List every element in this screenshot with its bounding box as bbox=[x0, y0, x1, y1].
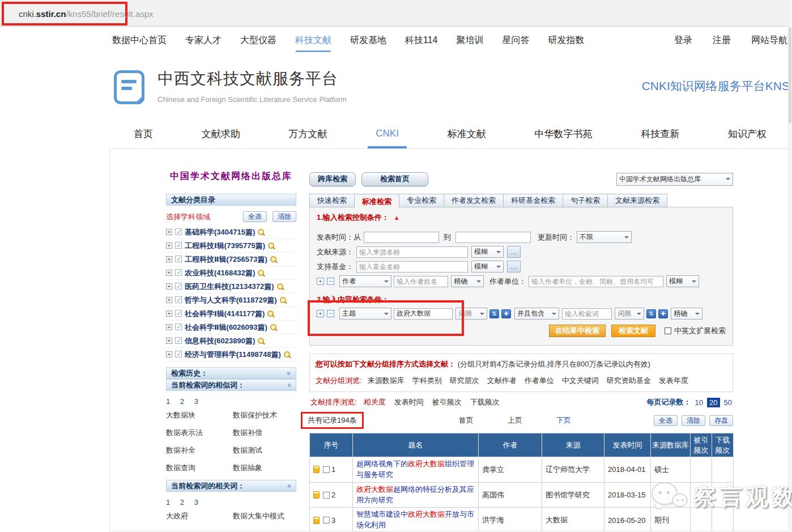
related-word-link[interactable]: 数据大集中模式 bbox=[233, 511, 296, 521]
category-checkbox[interactable] bbox=[175, 310, 182, 317]
search-in-results-button[interactable]: 在结果中检索 bbox=[549, 325, 606, 337]
group-link-research-level[interactable]: 研究层次 bbox=[450, 376, 479, 386]
author-match-select[interactable]: 精确 bbox=[451, 275, 484, 287]
chevron-down-icon[interactable]: » bbox=[286, 371, 293, 375]
group-link-author[interactable]: 文献作者 bbox=[487, 376, 517, 386]
search-home-button[interactable]: 检索首页 bbox=[361, 172, 428, 186]
top-nav-training[interactable]: 聚培训 bbox=[457, 35, 484, 46]
category-checkbox[interactable] bbox=[175, 283, 182, 290]
sort-link-relevance[interactable]: 相关度 bbox=[364, 397, 386, 407]
update-time-select[interactable]: 不限 bbox=[577, 231, 632, 243]
magnifier-icon[interactable] bbox=[277, 283, 284, 290]
second-term-input[interactable] bbox=[562, 308, 612, 320]
scrollbar-thumb[interactable] bbox=[789, 27, 791, 124]
add-row-icon[interactable] bbox=[317, 278, 324, 285]
term-match-select[interactable]: 精确 bbox=[671, 308, 702, 320]
category-checkbox[interactable] bbox=[175, 351, 182, 357]
category-checkbox[interactable] bbox=[175, 324, 182, 330]
remove-row-icon[interactable] bbox=[327, 278, 334, 285]
author-unit-input[interactable] bbox=[529, 276, 663, 287]
topic-input[interactable] bbox=[394, 308, 453, 320]
top-nav-tech114[interactable]: 科技114 bbox=[405, 35, 438, 46]
word-freq-select[interactable]: 词频 bbox=[455, 308, 487, 320]
similar-word-link[interactable]: 数据抽象 bbox=[233, 463, 296, 473]
doc-title-link[interactable]: 超网络视角下的政府大数据组织管理与服务研究 bbox=[356, 459, 474, 479]
doc-title-link[interactable]: 政府大数据超网络的特征分析及其应用方向研究 bbox=[356, 485, 474, 504]
per-page-50[interactable]: 50 bbox=[724, 398, 732, 407]
author-unit-match-select[interactable]: 模糊 bbox=[666, 275, 699, 287]
fund-match-select[interactable]: 模糊 bbox=[471, 261, 504, 273]
nav-doc-help[interactable]: 文献求助 bbox=[202, 119, 240, 148]
nav-ip[interactable]: 知识产权 bbox=[728, 119, 767, 148]
expand-icon[interactable] bbox=[166, 283, 172, 290]
database-select[interactable]: 中国学术文献网络出版总库 bbox=[616, 173, 733, 186]
sort-freq-icon[interactable]: ⇅ bbox=[646, 309, 656, 318]
url-host-bold[interactable]: sstir.cn bbox=[36, 9, 66, 19]
tab-source-search[interactable]: 文献来源检索 bbox=[607, 194, 667, 207]
nav-wanfang[interactable]: 万方文献 bbox=[288, 119, 327, 148]
group-link-fund[interactable]: 研究资助基金 bbox=[607, 376, 651, 386]
collapse-triangle-icon[interactable]: ▲ bbox=[394, 214, 400, 221]
add-row-icon[interactable] bbox=[317, 310, 324, 317]
similar-word-link[interactable]: 数据表示法 bbox=[166, 428, 233, 438]
similar-word-link[interactable]: 大数据块 bbox=[166, 410, 233, 420]
sort-link-cited[interactable]: 被引频次 bbox=[432, 397, 462, 407]
expand-position-icon[interactable]: ✚ bbox=[501, 309, 511, 318]
word-freq-select[interactable]: 词频 bbox=[615, 308, 644, 320]
expand-icon[interactable] bbox=[166, 242, 172, 249]
related-words-header[interactable]: 当前检索词的相关词： » bbox=[166, 480, 296, 492]
row-checkbox[interactable] bbox=[323, 466, 330, 473]
url-host[interactable]: cnki. bbox=[19, 9, 36, 19]
save-records-button[interactable]: 存盘 bbox=[709, 415, 733, 426]
magnifier-icon[interactable] bbox=[258, 338, 265, 344]
nav-home[interactable]: 首页 bbox=[134, 119, 153, 148]
nav-digital-books[interactable]: 中华数字书苑 bbox=[535, 119, 593, 148]
expand-icon[interactable] bbox=[166, 324, 172, 330]
group-link-subject[interactable]: 学科类别 bbox=[412, 376, 442, 386]
pub-date-from-input[interactable] bbox=[364, 232, 439, 243]
remove-row-icon[interactable] bbox=[327, 310, 334, 317]
tab-fund-search[interactable]: 科研基金检索 bbox=[503, 194, 563, 207]
top-nav-rd-base[interactable]: 研发基地 bbox=[350, 35, 386, 46]
magnifier-icon[interactable] bbox=[258, 229, 265, 236]
expand-icon[interactable] bbox=[166, 338, 172, 344]
login-link[interactable]: 登录 bbox=[674, 35, 692, 46]
search-documents-button[interactable]: 检索文献 bbox=[611, 325, 655, 337]
top-nav-qa[interactable]: 星问答 bbox=[503, 35, 530, 46]
group-link-year[interactable]: 发表年度 bbox=[659, 376, 688, 386]
top-nav-data-center-home[interactable]: 数据中心首页 bbox=[112, 35, 167, 46]
expand-icon[interactable] bbox=[166, 310, 172, 317]
search-history-header[interactable]: 检索历史： » bbox=[166, 367, 296, 379]
fund-input[interactable] bbox=[356, 261, 468, 273]
group-link-keywords[interactable]: 中文关键词 bbox=[562, 376, 599, 386]
sort-link-downloads[interactable]: 下载频次 bbox=[470, 397, 500, 407]
similar-words-header[interactable]: 当前检索词的相似词： » bbox=[166, 379, 296, 391]
clear-button[interactable]: 清除 bbox=[272, 211, 296, 222]
magnifier-icon[interactable] bbox=[267, 310, 274, 317]
category-checkbox[interactable] bbox=[175, 228, 182, 235]
author-name-input[interactable] bbox=[394, 276, 448, 287]
sitemap-link[interactable]: 网站导航 bbox=[751, 35, 787, 46]
select-all-button[interactable]: 全选 bbox=[243, 211, 267, 222]
source-input[interactable] bbox=[356, 246, 468, 258]
sort-freq-icon[interactable]: ⇅ bbox=[489, 309, 499, 318]
magnifier-icon[interactable] bbox=[280, 297, 287, 304]
next-page-link[interactable]: 下页 bbox=[556, 415, 571, 425]
tab-quick-search[interactable]: 快速检索 bbox=[309, 194, 354, 207]
per-page-20-selected[interactable]: 20 bbox=[707, 398, 719, 407]
source-match-select[interactable]: 模糊 bbox=[471, 246, 504, 258]
magnifier-icon[interactable] bbox=[270, 256, 277, 263]
scrollbar[interactable] bbox=[788, 0, 792, 532]
cross-db-search-button[interactable]: 跨库检索 bbox=[309, 172, 356, 186]
sort-link-pub-date[interactable]: 发表时间 bbox=[394, 397, 424, 407]
category-checkbox[interactable] bbox=[175, 296, 182, 303]
nav-novelty-search[interactable]: 科技查新 bbox=[641, 119, 679, 148]
magnifier-icon[interactable] bbox=[268, 242, 275, 249]
expand-icon[interactable] bbox=[166, 270, 172, 276]
tab-author-search[interactable]: 作者发文检索 bbox=[444, 194, 503, 207]
similar-word-link[interactable]: 数据补全 bbox=[166, 445, 233, 456]
register-link[interactable]: 注册 bbox=[713, 35, 731, 46]
tab-standard-search[interactable]: 标准检索 bbox=[354, 194, 399, 208]
save-doc-icon[interactable] bbox=[313, 517, 320, 524]
expand-position-icon[interactable]: ✚ bbox=[658, 309, 668, 318]
